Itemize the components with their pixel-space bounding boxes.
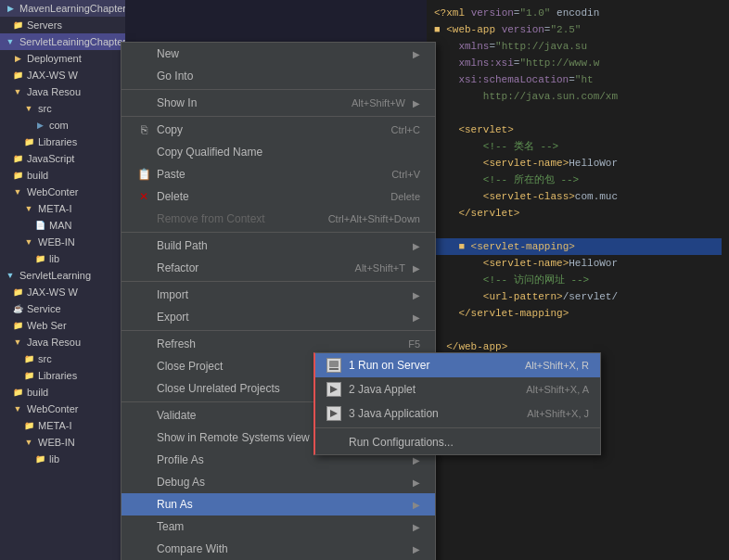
tree-label: build <box>27 170 48 181</box>
menu-item-run-as[interactable]: Run As ▶ <box>122 493 435 515</box>
tree-item-java-resources2[interactable]: ▼ Java Resou <box>0 334 125 350</box>
package-icon: ▶ <box>33 119 46 132</box>
code-line-12: <servlet-class>com.muc <box>434 188 722 205</box>
tree-item-webcontent2[interactable]: ▼ WebConter <box>0 401 125 417</box>
menu-item-build-path[interactable]: Build Path ▶ <box>122 235 435 257</box>
refactor-icon <box>136 261 151 275</box>
menu-item-copy-qualified[interactable]: Copy Qualified Name <box>122 141 435 163</box>
tree-label: Web Ser <box>27 320 67 331</box>
menu-item-team[interactable]: Team ▶ <box>122 515 435 538</box>
code-line-9: <!-- 类名 --> <box>434 138 722 155</box>
tree-item-deployment[interactable]: ▶ Deployment <box>0 50 125 67</box>
tree-item-libraries[interactable]: 📁 Libraries <box>0 134 125 150</box>
remove-icon <box>136 211 151 226</box>
java-applet-icon <box>326 382 341 397</box>
arrow-icon: ▶ <box>413 544 420 554</box>
tree-item-meta-inf2[interactable]: 📁 META-I <box>0 417 125 434</box>
code-line-5: xsi:schemaLocation="ht <box>434 71 722 88</box>
tree-label: WebConter <box>27 403 78 414</box>
refresh-icon <box>136 337 151 351</box>
folder-icon: ▼ <box>22 202 35 215</box>
copy-qualified-icon <box>136 145 151 159</box>
tree-label: Service <box>27 303 61 314</box>
menu-item-copy[interactable]: ⎘ Copy Ctrl+C <box>122 119 435 141</box>
tree-item-servlet-learning[interactable]: ▼ ServletLearning <box>0 267 125 284</box>
svg-marker-2 <box>330 386 338 393</box>
submenu-separator <box>315 427 600 428</box>
folder-icon: 📁 <box>22 352 35 365</box>
tree-item-src[interactable]: ▼ src <box>0 100 125 117</box>
menu-item-new[interactable]: New ▶ <box>122 43 435 65</box>
tree-label: MAN <box>49 220 71 231</box>
menu-separator-3 <box>122 232 435 233</box>
tree-label: WEB-IN <box>38 236 75 248</box>
tree-item-com[interactable]: ▶ com <box>0 117 125 134</box>
menu-item-paste[interactable]: 📋 Paste Ctrl+V <box>122 163 435 185</box>
tree-item-web-ser[interactable]: 📁 Web Ser <box>0 317 125 334</box>
tree-item-jaxws2[interactable]: 📁 JAX-WS W <box>0 284 125 300</box>
tree-item-javascript[interactable]: 📁 JavaScript <box>0 150 125 167</box>
folder-icon: ▼ <box>11 85 24 98</box>
tree-item-maven[interactable]: ▶ MavenLearningChapter1 <box>0 0 125 17</box>
tree-item-web-inf2[interactable]: ▼ WEB-IN <box>0 434 125 451</box>
code-line-15: ■ <servlet-mapping> <box>434 238 722 255</box>
code-line-18: <url-pattern>/servlet/ <box>434 288 722 305</box>
export-icon <box>136 310 151 325</box>
tree-item-service[interactable]: ☕ Service <box>0 300 125 317</box>
folder-icon: 📁 <box>11 169 24 182</box>
tree-item-libraries2[interactable]: 📁 Libraries <box>0 367 125 384</box>
show-in-icon <box>136 95 151 110</box>
tree-item-lib2[interactable]: 📁 lib <box>0 451 125 467</box>
tree-item-java-resources[interactable]: ▼ Java Resou <box>0 83 125 100</box>
run-icon <box>136 497 151 512</box>
tree-item-manifest[interactable]: 📄 MAN <box>0 217 125 234</box>
code-line-2: ■ <web-app version="2.5" <box>434 21 722 38</box>
project-icon: ▼ <box>4 269 17 282</box>
menu-item-delete[interactable]: ✕ Delete Delete <box>122 185 435 208</box>
folder-icon: 📁 <box>33 252 46 265</box>
tree-item-servlet-chapter0[interactable]: ▼ ServletLeainingChapter0 <box>0 33 125 50</box>
menu-item-compare-with[interactable]: Compare With ▶ <box>122 538 435 560</box>
code-line-8: <servlet> <box>434 121 722 138</box>
submenu-item-run-server[interactable]: 1 Run on Server Alt+Shift+X, R <box>315 353 600 377</box>
folder-icon: ▼ <box>22 102 35 115</box>
submenu-item-java-applet[interactable]: 2 Java Applet Alt+Shift+X, A <box>315 377 600 401</box>
profile-icon <box>136 452 151 467</box>
tree-item-src2[interactable]: 📁 src <box>0 350 125 367</box>
import-icon <box>136 287 151 302</box>
tree-item-meta-inf[interactable]: ▼ META-I <box>0 200 125 217</box>
tree-item-jaxws[interactable]: 📁 JAX-WS W <box>0 67 125 83</box>
folder-icon: 📁 <box>11 386 24 399</box>
menu-item-import[interactable]: Import ▶ <box>122 284 435 306</box>
tree-item-lib[interactable]: 📁 lib <box>0 250 125 267</box>
tree-item-build[interactable]: 📁 build <box>0 167 125 184</box>
menu-item-debug-as[interactable]: Debug As ▶ <box>122 471 435 493</box>
tree-item-build2[interactable]: 📁 build <box>0 384 125 401</box>
tree-label: ServletLearning <box>19 270 91 281</box>
tree-item-webcontent[interactable]: ▼ WebConter <box>0 184 125 200</box>
tree-label: Deployment <box>27 53 82 64</box>
menu-item-remove-context: Remove from Context Ctrl+Alt+Shift+Down <box>122 208 435 230</box>
project-tree: ▶ MavenLearningChapter1 📁 Servers ▼ Serv… <box>0 0 125 560</box>
tree-label: Servers <box>27 19 62 31</box>
submenu-item-run-configurations[interactable]: Run Configurations... <box>315 430 600 454</box>
tree-label: META-I <box>38 420 71 431</box>
menu-item-go-into[interactable]: Go Into <box>122 65 435 87</box>
code-line-16: <servlet-name>HelloWor <box>434 255 722 272</box>
compare-icon <box>136 541 151 556</box>
context-menu: New ▶ Go Into Show In Alt+Shift+W ▶ ⎘ Co… <box>121 42 436 560</box>
delete-icon: ✕ <box>136 189 151 204</box>
tree-item-servers[interactable]: 📁 Servers <box>0 17 125 33</box>
menu-item-refactor[interactable]: Refactor Alt+Shift+T ▶ <box>122 257 435 279</box>
submenu-item-java-application[interactable]: 3 Java Application Alt+Shift+X, J <box>315 401 600 426</box>
tree-item-web-inf[interactable]: ▼ WEB-IN <box>0 234 125 250</box>
arrow-icon: ▶ <box>413 241 420 251</box>
code-line-7 <box>434 105 722 121</box>
tree-label: build <box>27 387 48 398</box>
tree-label: MavenLearningChapter1 <box>19 3 125 14</box>
copy-icon: ⎘ <box>136 122 151 137</box>
validate-icon <box>136 408 151 423</box>
new-icon <box>136 46 151 61</box>
menu-item-show-in[interactable]: Show In Alt+Shift+W ▶ <box>122 92 435 114</box>
menu-item-export[interactable]: Export ▶ <box>122 306 435 328</box>
